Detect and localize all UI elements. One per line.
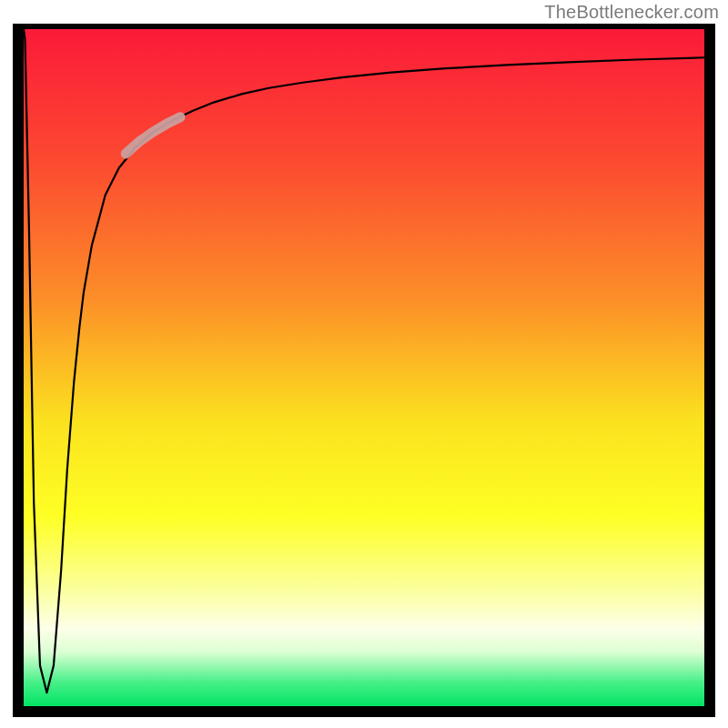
plot-area — [24, 29, 704, 706]
attribution-text: TheBottlenecker.com — [544, 2, 719, 23]
chart-canvas — [24, 29, 704, 706]
gradient-background — [24, 29, 704, 706]
chart-frame — [13, 24, 715, 717]
chart-container: TheBottlenecker.com — [0, 0, 728, 728]
